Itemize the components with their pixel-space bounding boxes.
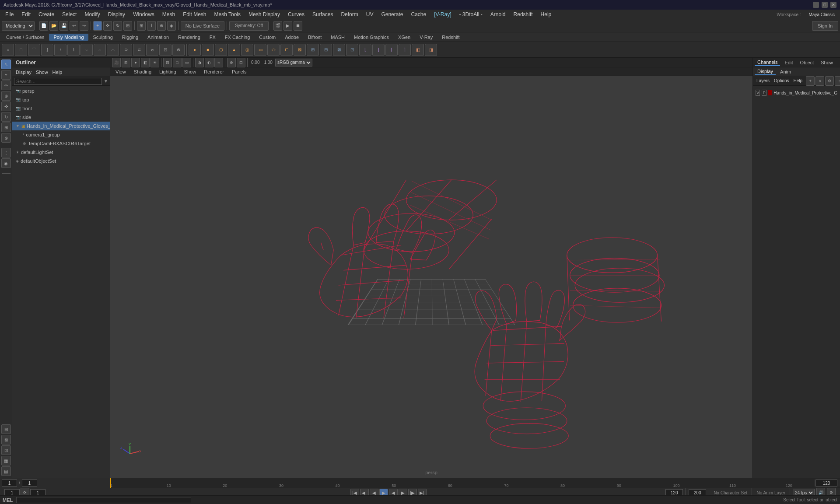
shelf-curve10[interactable]: ⊡ bbox=[159, 44, 172, 56]
tab-show[interactable]: Show bbox=[818, 60, 836, 66]
gamma-dropdown[interactable]: sRGB gamma bbox=[275, 59, 312, 66]
vp-menu-view[interactable]: View bbox=[112, 69, 130, 75]
shelf-helix[interactable]: ⊠ bbox=[294, 44, 306, 56]
vp-motion-blur-button[interactable]: ≈ bbox=[214, 58, 223, 67]
sub-tab-display[interactable]: Display bbox=[755, 68, 776, 75]
tab-rendering[interactable]: Rendering bbox=[174, 34, 205, 41]
snap-grid-button[interactable]: ⊞ bbox=[137, 21, 146, 31]
undo-button[interactable]: ↩ bbox=[70, 21, 78, 31]
move-tool-left[interactable]: ✜ bbox=[1, 102, 11, 111]
tree-item-top[interactable]: 📷 top bbox=[12, 95, 110, 104]
rotate-tool-left[interactable]: ↻ bbox=[1, 112, 11, 122]
menu-help[interactable]: Help bbox=[537, 10, 555, 18]
menu-vray[interactable]: [V-Ray] bbox=[430, 10, 455, 18]
tree-item-default-light[interactable]: ☀ defaultLightSet bbox=[12, 148, 110, 157]
tab-channels[interactable]: Channels bbox=[755, 59, 780, 66]
tree-item-side[interactable]: 📷 side bbox=[12, 113, 110, 122]
shelf-pipe[interactable]: ⊏ bbox=[280, 44, 293, 56]
vp-menu-show[interactable]: Show bbox=[181, 69, 200, 75]
layer-color-swatch[interactable] bbox=[768, 90, 772, 95]
shelf-mesh4[interactable]: ⊡ bbox=[346, 44, 358, 56]
vp-menu-shading[interactable]: Shading bbox=[130, 69, 155, 75]
save-file-button[interactable]: 💾 bbox=[60, 21, 68, 31]
menu-create[interactable]: Create bbox=[35, 10, 58, 18]
shelf-cube[interactable]: ■ bbox=[202, 44, 214, 56]
layer-options-button[interactable]: ⚙ bbox=[825, 76, 834, 86]
vp-ao-button[interactable]: ◐ bbox=[205, 58, 214, 67]
shelf-deform3[interactable]: ⌈ bbox=[385, 44, 398, 56]
tab-curves-surfaces[interactable]: Curves / Surfaces bbox=[2, 34, 49, 41]
shelf-curve5[interactable]: ⌢ bbox=[94, 44, 106, 56]
tab-object[interactable]: Object bbox=[797, 60, 816, 66]
menu-select[interactable]: Select bbox=[59, 10, 80, 18]
shelf-deform1[interactable]: ⌊ bbox=[359, 44, 371, 56]
outliner-help-menu[interactable]: Help bbox=[51, 69, 64, 75]
shelf-mesh1[interactable]: ⊞ bbox=[307, 44, 319, 56]
outliner-display-menu[interactable]: Display bbox=[14, 69, 33, 75]
new-layer-button[interactable]: + bbox=[806, 76, 815, 86]
tab-sculpting[interactable]: Sculpting bbox=[89, 34, 117, 41]
tab-vray[interactable]: V-Ray bbox=[415, 34, 437, 41]
tree-item-temp-cam[interactable]: ⊕ TempCamFBXASC046Target bbox=[12, 139, 110, 148]
tab-custom[interactable]: Custom bbox=[255, 34, 280, 41]
tab-motion-graphics[interactable]: Motion Graphics bbox=[350, 34, 393, 41]
vp-film-gate-button[interactable]: □ bbox=[173, 58, 182, 67]
shelf-deform4[interactable]: ⌉ bbox=[399, 44, 411, 56]
shelf-curve4[interactable]: ⌇ bbox=[67, 44, 80, 56]
layers-menu[interactable]: Layers bbox=[755, 78, 771, 84]
menu-surfaces[interactable]: Surfaces bbox=[309, 10, 336, 18]
shelf-torus[interactable]: ◎ bbox=[241, 44, 253, 56]
paint-tool[interactable]: ✏ bbox=[1, 80, 11, 90]
vp-isolate-button[interactable]: ⊕ bbox=[227, 58, 236, 67]
shelf-mesh2[interactable]: ⊟ bbox=[320, 44, 332, 56]
shelf-cone[interactable]: ▲ bbox=[228, 44, 240, 56]
tab-mash[interactable]: MASH bbox=[326, 34, 349, 41]
vp-texture-button[interactable]: ◧ bbox=[141, 58, 150, 67]
shelf-circle[interactable]: ○ bbox=[2, 44, 14, 56]
sculpt-tool[interactable]: ⊕ bbox=[1, 91, 11, 101]
tab-rigging[interactable]: Rigging bbox=[118, 34, 143, 41]
shelf-curve9[interactable]: ⌀ bbox=[146, 44, 158, 56]
help-menu-right[interactable]: Help bbox=[791, 78, 804, 84]
layer-display-5[interactable]: ▤ bbox=[1, 466, 11, 476]
shelf-square[interactable]: □ bbox=[15, 44, 27, 56]
snap-curve-button[interactable]: ⌇ bbox=[147, 21, 156, 31]
playhead[interactable] bbox=[110, 478, 111, 488]
tree-item-front[interactable]: 📷 front bbox=[12, 104, 110, 113]
layer-display-1[interactable]: ⊟ bbox=[1, 424, 11, 434]
shelf-sphere[interactable]: ● bbox=[189, 44, 201, 56]
vp-wireframe-button[interactable]: ⊞ bbox=[122, 58, 130, 67]
vp-menu-panels[interactable]: Panels bbox=[228, 69, 250, 75]
viewport[interactable]: 🎥 ⊞ ● ◧ ☀ ⊟ □ ▭ ◑ ◐ ≈ ⊕ ⊡ 0.00 1.00 sRGB… bbox=[110, 58, 752, 478]
shelf-arc[interactable]: ⌣ bbox=[80, 44, 93, 56]
menu-mesh[interactable]: Mesh bbox=[159, 10, 178, 18]
shelf-curve8[interactable]: ⊂ bbox=[133, 44, 145, 56]
shelf-deform2[interactable]: ⌋ bbox=[372, 44, 385, 56]
search-options-button[interactable]: ▼ bbox=[104, 79, 108, 84]
menu-3dtoall[interactable]: - 3DtoAll - bbox=[456, 10, 486, 18]
select-tool-button[interactable]: ✦ bbox=[93, 21, 102, 31]
shelf-spiral[interactable]: ⊗ bbox=[172, 44, 185, 56]
render-button[interactable]: 🎬 bbox=[273, 21, 282, 31]
script-input[interactable] bbox=[16, 497, 191, 503]
start-frame-input[interactable] bbox=[22, 480, 37, 486]
rotate-tool-button[interactable]: ↻ bbox=[113, 21, 122, 31]
shelf-curve3[interactable]: ≀ bbox=[54, 44, 66, 56]
tree-item-hands[interactable]: ▼ ⊞ Hands_in_Medical_Protective_Gloves_ bbox=[12, 122, 110, 130]
tab-adobe[interactable]: Adobe bbox=[280, 34, 303, 41]
close-button[interactable]: ✕ bbox=[830, 2, 836, 8]
options-menu[interactable]: Options bbox=[772, 78, 791, 84]
menu-redshift[interactable]: Redshift bbox=[510, 10, 536, 18]
no-live-surface-button[interactable]: No Live Surface bbox=[181, 21, 224, 31]
shelf-plane[interactable]: ▭ bbox=[254, 44, 266, 56]
maximize-button[interactable]: □ bbox=[822, 2, 828, 8]
snap-grid-left[interactable]: ⋮ bbox=[1, 148, 11, 158]
menu-modify[interactable]: Modify bbox=[81, 10, 103, 18]
soft-select[interactable]: ◉ bbox=[1, 158, 11, 168]
scale-tool-left[interactable]: ⊞ bbox=[1, 122, 11, 132]
menu-mesh-tools[interactable]: Mesh Tools bbox=[211, 10, 244, 18]
current-frame-input[interactable] bbox=[2, 480, 17, 486]
tree-item-persp[interactable]: 📷 persp bbox=[12, 87, 110, 95]
select-tool[interactable]: ↖ bbox=[1, 60, 11, 69]
scale-tool-button[interactable]: ⊞ bbox=[123, 21, 132, 31]
